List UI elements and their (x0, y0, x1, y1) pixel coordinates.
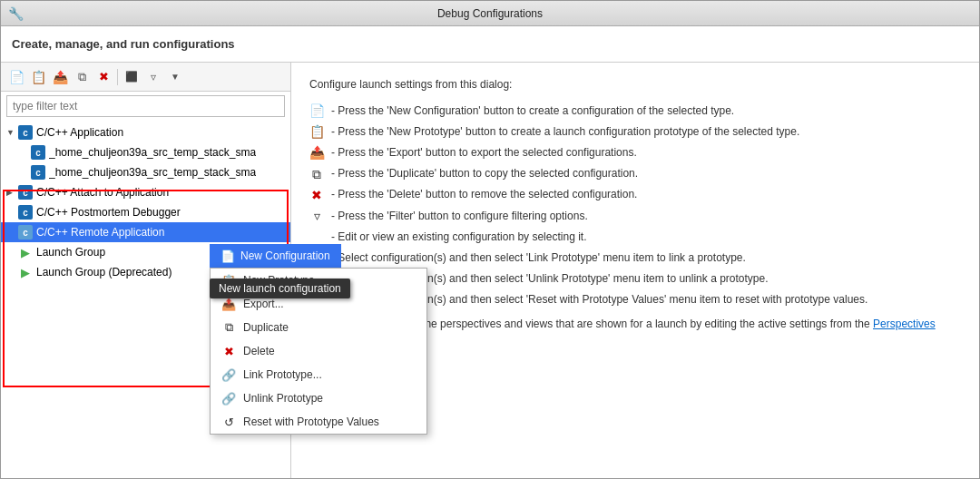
help-text-3: - Press the 'Export' button to export th… (331, 144, 961, 161)
help-text-7: - Edit or view an existing configuration… (309, 229, 961, 246)
menu-item-duplicate[interactable]: ⧉ Duplicate (211, 316, 426, 339)
tree-item-cc-postmortem[interactable]: ▶ c C/C++ Postmortem Debugger (1, 202, 290, 222)
help-line-5: ✖ - Press the 'Delete' button to remove … (309, 186, 961, 203)
perspectives-link[interactable]: Perspectives (873, 318, 936, 330)
collapse-toolbar-btn[interactable]: ⬛ (122, 67, 142, 87)
delete-menu-icon: ✖ (221, 345, 236, 358)
launch-group-dep-icon: ▶ (18, 265, 33, 279)
tree-label-app1: _home_chuljeon39a_src_temp_stack_sma (49, 146, 256, 159)
duplicate-toolbar-btn[interactable]: ⧉ (72, 67, 92, 87)
menu-item-link-prototype[interactable]: 🔗 Link Prototype... (211, 363, 426, 386)
delete-toolbar-btn[interactable]: ✖ (93, 67, 113, 87)
new-config-tooltip: New launch configuration (210, 279, 350, 298)
help-line-7: - Edit or view an existing configuration… (309, 229, 961, 246)
expand-arrow-attach: ▶ (6, 188, 15, 197)
menu-item-reset-prototype[interactable]: ↺ Reset with Prototype Values (211, 410, 426, 434)
help-text-2: - Press the 'New Prototype' button to cr… (331, 123, 961, 141)
help-line-8: - Select configuration(s) and then selec… (309, 249, 961, 267)
help-intro: Configure launch settings from this dial… (309, 75, 961, 95)
context-menu-new-config[interactable]: 📄 New Configuration (210, 244, 341, 268)
left-panel: 📄 📋 📤 ⧉ ✖ ⬛ ▿ (1, 63, 291, 478)
tree-label-app2: _home_chuljeon39a_src_temp_stack_sma (49, 166, 256, 179)
filter-toolbar-btn[interactable]: ▿ (143, 67, 163, 87)
reset-proto-menu-label: Reset with Prototype Values (243, 415, 379, 428)
new-config-icon: 📄 (309, 104, 324, 119)
context-menu-wrapper: 📄 New Configuration New launch configura… (210, 244, 341, 268)
help-line-3: 📤 - Press the 'Export' button to export … (309, 144, 961, 161)
reset-proto-menu-icon: ↺ (221, 415, 236, 429)
help-line-6: ▿ - Press the 'Filter' button to configu… (309, 208, 961, 225)
tree-item-app2[interactable]: ▶ c _home_chuljeon39a_src_temp_stack_sma (1, 162, 290, 182)
launch-group-icon: ▶ (18, 245, 33, 259)
search-input[interactable] (7, 96, 284, 116)
new-config-menu-icon: 📄 (220, 249, 235, 263)
export-menu-icon: 📤 (221, 298, 236, 311)
delete-icon: ✖ (309, 188, 324, 202)
help-line-1: 📄 - Press the 'New Configuration' button… (309, 103, 961, 120)
unlink-proto-menu-label: Unlink Prototype (243, 392, 323, 405)
help-line-2: 📋 - Press the 'New Prototype' button to … (309, 123, 961, 141)
cc-icon-postmortem: c (18, 205, 33, 220)
tree-label-launch-group: Launch Group (36, 246, 105, 259)
help-text-5: - Press the 'Delete' button to remove th… (331, 186, 961, 203)
filter-icon: ▿ (309, 210, 324, 224)
menu-item-delete[interactable]: ✖ Delete (211, 339, 426, 363)
help-text-6: - Press the 'Filter' button to configure… (331, 208, 961, 225)
export-menu-label: Export... (243, 298, 284, 310)
duplicate-menu-icon: ⧉ (221, 320, 236, 335)
link-proto-menu-label: Link Prototype... (243, 368, 322, 381)
cc-icon-app1: c (31, 145, 45, 160)
help-text-4: - Press the 'Duplicate' button to copy t… (331, 165, 961, 182)
cc-icon-remote: c (18, 225, 33, 240)
main-content: 📄 📋 📤 ⧉ ✖ ⬛ ▿ (1, 63, 979, 478)
app-icon: 🔧 (8, 6, 24, 21)
tree-item-cc-attach[interactable]: ▶ c C/C++ Attach to Application (1, 182, 290, 202)
help-line-4: ⧉ - Press the 'Duplicate' button to copy… (309, 165, 961, 182)
tree-item-cc-app[interactable]: ▼ c C/C++ Application (1, 122, 290, 142)
export-icon: 📤 (309, 146, 324, 161)
help-text-8: - Select configuration(s) and then selec… (309, 249, 961, 267)
toolbar-sep (117, 69, 118, 85)
left-toolbar: 📄 📋 📤 ⧉ ✖ ⬛ ▿ (1, 63, 290, 92)
duplicate-icon: ⧉ (309, 167, 324, 181)
cc-icon-attach: c (18, 185, 33, 200)
new-proto-icon: 📋 (309, 125, 324, 140)
new-config-menu-label: New Configuration (240, 249, 330, 262)
tree-label-cc-postmortem: C/C++ Postmortem Debugger (36, 206, 181, 219)
new-proto-toolbar-btn[interactable]: 📋 (28, 67, 48, 87)
unlink-proto-menu-icon: 🔗 (221, 392, 236, 406)
link-proto-menu-icon: 🔗 (221, 368, 236, 382)
export-toolbar-btn[interactable]: 📤 (50, 67, 70, 87)
menu-item-unlink-prototype[interactable]: 🔗 Unlink Prototype (211, 386, 426, 410)
new-config-toolbar-btn[interactable]: 📄 (6, 67, 26, 87)
duplicate-menu-label: Duplicate (243, 321, 289, 334)
cc-icon: c (18, 125, 33, 140)
subtitle-bar: Create, manage, and run configurations (1, 26, 979, 63)
window-title: Debug Configurations (437, 7, 543, 20)
search-box (6, 95, 285, 117)
tree-label-launch-group-dep: Launch Group (Deprecated) (36, 266, 172, 279)
help-text-1: - Press the 'New Configuration' button t… (331, 103, 961, 120)
expand-arrow: ▼ (6, 128, 15, 137)
titlebar: 🔧 Debug Configurations (1, 1, 979, 26)
tree-item-app1[interactable]: ▶ c _home_chuljeon39a_src_temp_stack_sma (1, 142, 290, 162)
tree-label-cc-attach: C/C++ Attach to Application (36, 186, 169, 199)
filter-dropdown-btn[interactable]: ▼ (165, 67, 185, 87)
tree-item-cc-remote[interactable]: ▶ c C/C++ Remote Application (1, 222, 290, 242)
tree-label-cc-app: C/C++ Application (36, 126, 123, 139)
cc-icon-app2: c (31, 165, 45, 180)
tree-label-cc-remote: C/C++ Remote Application (36, 226, 164, 239)
delete-menu-label: Delete (243, 345, 275, 357)
subtitle-text: Create, manage, and run configurations (12, 37, 235, 51)
debug-configurations-window: 🔧 Debug Configurations Create, manage, a… (0, 0, 980, 479)
